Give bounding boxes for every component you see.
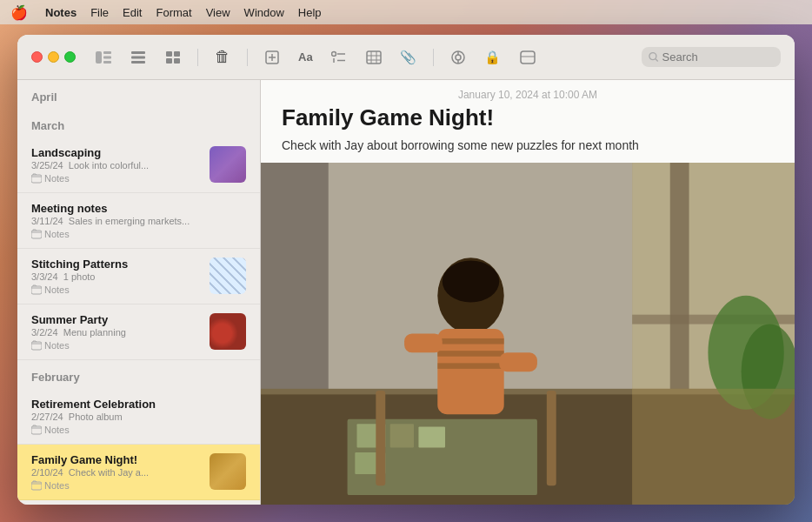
close-button[interactable] (31, 51, 43, 63)
svg-rect-47 (390, 424, 414, 447)
svg-rect-60 (376, 391, 385, 485)
svg-rect-62 (632, 389, 795, 505)
minimize-button[interactable] (48, 51, 59, 63)
note-meta-stitching: 3/3/24 1 photo (31, 271, 203, 282)
note-folder-landscaping: Notes (31, 173, 203, 184)
fullscreen-button[interactable] (64, 51, 76, 63)
svg-rect-7 (166, 51, 172, 57)
svg-rect-35 (31, 426, 42, 434)
search-box[interactable] (642, 47, 781, 67)
gallery-view-btn[interactable] (159, 44, 187, 71)
menu-view[interactable]: View (206, 6, 230, 19)
svg-rect-27 (521, 51, 535, 64)
svg-point-14 (331, 51, 336, 56)
table-btn[interactable] (360, 44, 388, 71)
new-note-btn[interactable] (258, 44, 286, 71)
svg-rect-0 (96, 51, 102, 64)
menu-format[interactable]: Format (156, 6, 191, 19)
more-btn[interactable] (514, 44, 542, 71)
note-folder-game-night: Notes (31, 480, 203, 491)
note-item-landscaping[interactable]: Landscaping 3/25/24 Look into colorful..… (17, 137, 260, 193)
note-info-summer: Summer Party 3/2/24 Menu planning Notes (31, 313, 203, 351)
svg-rect-9 (166, 58, 172, 64)
svg-rect-5 (131, 56, 145, 58)
note-editor: January 10, 2024 at 10:00 AM Family Game… (261, 80, 795, 505)
svg-rect-31 (31, 175, 42, 183)
note-editor-body[interactable]: Check with Jay about borrowing some new … (261, 138, 795, 163)
note-date: January 10, 2024 at 10:00 AM (261, 80, 795, 104)
note-thumb-landscaping (210, 146, 246, 183)
svg-point-29 (649, 53, 656, 60)
share-btn[interactable] (444, 44, 472, 71)
svg-rect-34 (31, 342, 42, 350)
menubar: 🍎 Notes File Edit Format View Window Hel… (0, 0, 812, 24)
menu-file[interactable]: File (90, 6, 109, 19)
note-title-summer: Summer Party (31, 313, 203, 326)
menu-edit[interactable]: Edit (123, 6, 142, 19)
note-meta-landscaping: 3/25/24 Look into colorful... (31, 160, 203, 171)
search-input[interactable] (662, 50, 774, 64)
svg-rect-55 (404, 334, 443, 353)
section-header-april: April (17, 80, 260, 109)
search-icon (649, 51, 659, 63)
note-info-meeting: Meeting notes 3/11/24 Sales in emerging … (31, 202, 246, 239)
section-header-march: March (17, 109, 260, 137)
svg-rect-53 (437, 351, 503, 357)
svg-rect-56 (499, 352, 537, 371)
note-title-stitching: Stitching Patterns (31, 258, 203, 271)
note-meta-meeting: 3/11/24 Sales in emerging markets... (31, 216, 246, 226)
note-folder-summer: Notes (31, 340, 203, 351)
svg-rect-52 (437, 338, 503, 345)
note-photo (261, 163, 795, 505)
menu-help[interactable]: Help (298, 6, 322, 19)
menu-window[interactable]: Window (244, 6, 284, 19)
lock-btn[interactable]: 🔒 (479, 44, 507, 71)
svg-rect-1 (103, 51, 111, 54)
separator-3 (433, 49, 434, 66)
traffic-lights (31, 51, 76, 63)
svg-rect-36 (31, 482, 42, 490)
note-item-stitching[interactable]: Stitching Patterns 3/3/24 1 photo Notes (17, 249, 260, 304)
note-info-stitching: Stitching Patterns 3/3/24 1 photo Notes (31, 258, 203, 295)
list-view-btn[interactable] (124, 44, 152, 71)
attachment-btn[interactable]: 📎 (395, 44, 423, 71)
menu-notes[interactable]: Notes (45, 6, 77, 19)
note-item-game-night[interactable]: Family Game Night! 2/10/24 Check with Ja… (17, 445, 260, 500)
note-editor-title[interactable]: Family Game Night! (261, 104, 795, 138)
note-title-retirement: Retirement Celebration (31, 398, 246, 411)
svg-rect-10 (174, 58, 180, 64)
svg-rect-3 (103, 61, 111, 64)
svg-rect-6 (131, 61, 145, 64)
svg-rect-42 (261, 163, 329, 410)
note-info-landscaping: Landscaping 3/25/24 Look into colorful..… (31, 146, 203, 184)
svg-line-30 (656, 59, 658, 62)
svg-rect-18 (367, 51, 381, 64)
sidebar: April March Landscaping 3/25/24 Look int… (17, 80, 261, 505)
note-thumb-game-night (210, 453, 246, 490)
note-item-summer[interactable]: Summer Party 3/2/24 Menu planning Notes (17, 304, 260, 360)
delete-btn[interactable]: 🗑 (209, 44, 236, 71)
svg-rect-32 (31, 231, 42, 238)
note-item-retirement[interactable]: Retirement Celebration 2/27/24 Photo alb… (17, 389, 260, 445)
text-format-btn[interactable]: Aa (293, 44, 318, 71)
note-folder-retirement: Notes (31, 425, 246, 435)
separator-1 (197, 49, 198, 66)
note-folder-stitching: Notes (31, 284, 203, 295)
note-meta-game-night: 2/10/24 Check with Jay a... (31, 467, 203, 478)
svg-point-24 (456, 55, 461, 60)
svg-rect-8 (174, 51, 180, 57)
section-header-february: February (17, 360, 260, 389)
note-title-meeting: Meeting notes (31, 202, 246, 215)
photo-svg (261, 163, 795, 505)
note-item-meeting[interactable]: Meeting notes 3/11/24 Sales in emerging … (17, 193, 260, 249)
apple-menu[interactable]: 🍎 (10, 4, 28, 21)
svg-rect-61 (547, 391, 556, 485)
content-area: April March Landscaping 3/25/24 Look int… (17, 80, 795, 505)
note-thumb-stitching (210, 258, 246, 294)
checklist-btn[interactable] (325, 44, 353, 71)
note-meta-retirement: 2/27/24 Photo album (31, 412, 246, 422)
sidebar-toggle-btn[interactable] (90, 44, 117, 71)
toolbar: 🗑 Aa (17, 35, 795, 80)
note-thumb-summer (210, 313, 246, 350)
main-window: 🗑 Aa (17, 35, 795, 505)
